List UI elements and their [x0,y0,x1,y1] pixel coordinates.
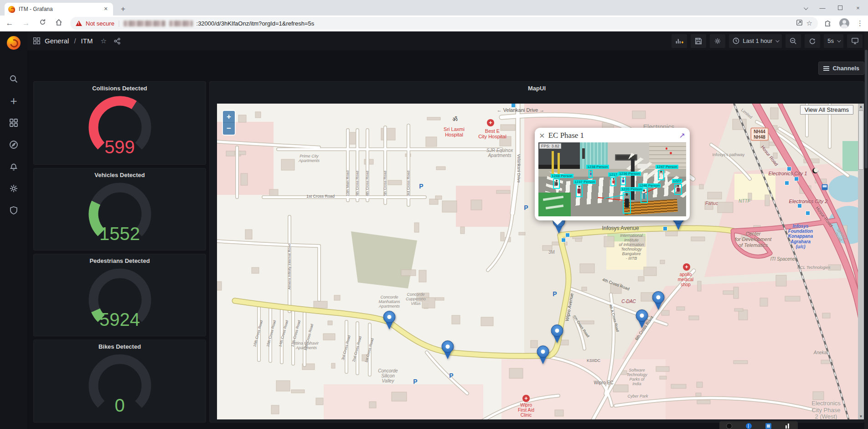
map-marker-pin[interactable] [441,340,454,360]
back-button[interactable]: ← [5,19,15,28]
sensor-point-icon[interactable] [787,167,791,171]
map-viewport[interactable]: ← Velankani Drive →ॐSri Laxmi HospitalBe… [217,104,858,419]
forward-button[interactable]: → [21,19,31,28]
panel-title[interactable]: Collisions Detected [34,82,206,92]
plus-icon: + [10,94,17,108]
map-marker-pin[interactable] [383,311,396,330]
scrollbar-thumb[interactable] [858,110,863,170]
extensions-puzzle-icon[interactable] [824,19,832,28]
panel-bikes[interactable]: Bikes Detected 0 [33,340,206,423]
map-label: Infosys Avenue [602,225,639,231]
bus-station-icon [822,184,828,190]
map-label: SJR Equinox Apartments [486,148,513,158]
panel-vehicles[interactable]: Vehicles Detected 1552 [33,168,206,251]
sensor-point-icon[interactable] [566,233,569,237]
view-all-streams-button[interactable]: View All Streams [800,105,853,115]
zoom-in-button[interactable]: + [223,111,235,123]
browser-tab[interactable]: ITM - Grafana × [5,3,113,16]
panel-collisions[interactable]: Collisions Detected 599 [33,81,206,165]
share-icon[interactable] [796,19,803,28]
app-circle-icon[interactable] [726,423,732,429]
add-panel-button[interactable] [672,34,687,48]
panel-title[interactable]: MapUI [210,82,864,92]
popup-expand-icon[interactable]: ↗ [679,132,685,139]
map-label: NTTF [739,199,750,204]
url-text[interactable]: :32000/d/3hKIfaOnz/itm?orgId=1&refresh=5… [196,20,315,27]
window-controls: — × [804,0,865,16]
sensor-point-icon[interactable] [795,177,798,181]
camera-stream-frame[interactable]: FPS: 3.82 1238 Person1247 Person1248 Per… [538,142,686,216]
map-marker-pin[interactable] [636,309,648,329]
panel-title[interactable]: Pedestrians Detected [34,254,206,264]
sensor-point-icon[interactable] [663,227,667,230]
page-scrollbar[interactable] [864,31,868,429]
sensor-point-icon[interactable] [798,204,801,208]
zoom-out-button[interactable]: − [223,123,235,135]
sensor-point-icon[interactable] [562,238,565,242]
breadcrumb-dashboard[interactable]: ITM [81,37,93,45]
detection-label: 1248 Person [551,174,573,178]
sidebar-item-dashboards[interactable] [4,113,24,133]
sidebar-item-server-admin[interactable] [4,200,24,220]
sidebar-item-explore[interactable] [4,135,24,155]
sensor-point-icon[interactable] [785,181,789,185]
bluetooth-icon[interactable] [746,423,752,429]
scroll-down-icon[interactable]: ▼ [858,413,864,419]
favorite-star-icon[interactable]: ☆ [100,37,106,45]
browser-toolbar: ← → Not secure | :32000/d/3hKIfaOnz/itm?… [0,16,868,31]
panel-title[interactable]: Bikes Detected [34,340,206,350]
scroll-up-icon[interactable]: ▲ [858,104,864,110]
refresh-button[interactable] [805,34,820,48]
avatar[interactable] [839,18,849,28]
detection-label: 1227 [672,179,682,183]
map-marker-pin[interactable] [537,345,549,365]
gear-icon [9,184,18,193]
nh-route-badge: NH44 NH48 [750,128,769,141]
blue-app-icon[interactable] [765,423,771,429]
cycle-view-mode-button[interactable] [847,34,863,48]
tab-search-icon[interactable] [804,4,807,12]
channels-button[interactable]: Channels [818,62,864,75]
save-dashboard-button[interactable] [691,34,706,48]
minimize-button[interactable]: — [819,5,826,11]
dashboard-settings-button[interactable] [710,34,725,48]
time-range-picker[interactable]: Last 1 hour [729,34,782,48]
tab-close-icon[interactable]: × [102,5,109,13]
browser-chrome: ITM - Grafana × + — × ← → Not secure | :… [0,0,868,31]
hamburger-icon [823,65,829,72]
map-world[interactable]: ← Velankani Drive →ॐSri Laxmi HospitalBe… [217,104,858,419]
sensor-point-icon[interactable] [512,104,515,107]
map-scrollbar[interactable]: ▲ ▼ [858,104,864,419]
breadcrumb-folder[interactable]: General [45,37,69,45]
close-window-button[interactable]: × [854,5,862,11]
home-button[interactable] [54,19,64,28]
sidebar-item-configuration[interactable] [4,178,24,199]
reload-button[interactable] [37,19,47,28]
chart-bars-icon[interactable] [785,423,791,429]
panel-title[interactable]: Vehicles Detected [34,168,206,178]
zoom-out-time-button[interactable] [785,34,801,48]
refresh-interval-dropdown[interactable]: 5s [824,34,843,48]
breadcrumb-separator: / [73,37,77,45]
sidebar-item-alerting[interactable] [4,157,24,177]
page-scrollbar-thumb[interactable] [865,50,868,168]
sidebar-item-search[interactable] [4,69,24,89]
panel-pedestrians[interactable]: Pedestrians Detected 5924 [33,254,206,336]
bookmark-star-icon[interactable]: ☆ [806,19,812,27]
not-secure-label[interactable]: Not secure [86,20,114,27]
new-tab-button[interactable]: + [118,4,129,15]
address-bar[interactable]: Not secure | :32000/d/3hKIfaOnz/itm?orgI… [70,17,818,30]
mosque-icon: ★ [812,168,818,173]
grafana-logo[interactable] [7,36,21,50]
detection-label: 1236 Person [618,172,641,176]
share-dashboard-icon[interactable] [114,37,121,45]
maximize-button[interactable] [838,4,842,12]
sensor-point-icon[interactable] [806,211,810,215]
refresh-interval-label: 5s [827,37,834,44]
map-marker-pin[interactable] [551,324,563,344]
browser-menu-icon[interactable]: ⋮ [857,19,863,27]
map-marker-pin[interactable] [652,291,665,310]
map-label: International Institute of Information T… [619,233,644,261]
sidebar-item-create[interactable]: + [4,91,24,111]
popup-close-icon[interactable]: × [539,132,545,139]
